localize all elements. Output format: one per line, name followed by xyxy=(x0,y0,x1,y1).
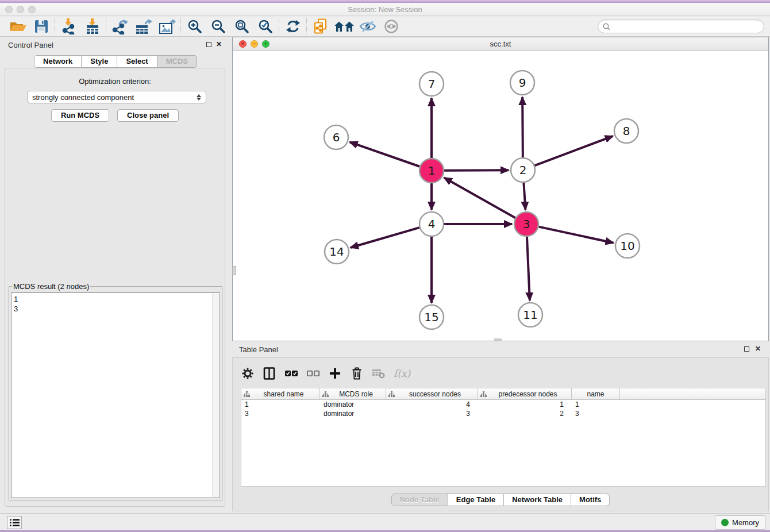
export-network-icon[interactable] xyxy=(108,17,132,36)
control-panel-header: Control Panel ✕ xyxy=(3,38,228,53)
result-scrollbar[interactable] xyxy=(212,294,219,497)
export-table-icon[interactable] xyxy=(132,17,155,36)
edge-2-9[interactable] xyxy=(522,97,523,157)
export-image-icon[interactable] xyxy=(155,17,179,36)
show-all-eye-icon[interactable] xyxy=(379,17,403,36)
float-panel-icon[interactable] xyxy=(206,42,211,47)
table-row[interactable]: 1dominator411 xyxy=(241,400,765,409)
table-row[interactable]: 3dominator323 xyxy=(241,409,765,418)
edge-3-1[interactable] xyxy=(444,178,515,218)
add-column-icon[interactable] xyxy=(328,368,342,379)
status-bar: Memory xyxy=(0,513,770,530)
edge-3-11[interactable] xyxy=(527,237,530,300)
column-model-icon xyxy=(388,391,395,397)
edge-2-8[interactable] xyxy=(535,136,613,165)
select-stepper-icon xyxy=(197,94,201,101)
tab-motifs[interactable]: Motifs xyxy=(571,494,610,506)
cell-name[interactable]: 1 xyxy=(572,400,620,409)
cell-successor-nodes[interactable]: 3 xyxy=(386,409,478,418)
task-history-button[interactable] xyxy=(7,516,22,529)
zoom-selected-icon[interactable] xyxy=(253,17,277,36)
tab-edge-table[interactable]: Edge Table xyxy=(448,494,504,506)
node-table-body: 1dominator4113dominator323 xyxy=(241,400,765,418)
search-field[interactable] xyxy=(598,20,764,33)
edge-1-2[interactable] xyxy=(444,170,509,171)
cell-name[interactable]: 3 xyxy=(572,409,620,418)
mcds-result-group: MCDS result (2 nodes) 13 xyxy=(9,282,222,500)
edge-3-10[interactable] xyxy=(539,227,614,243)
edge-1-6[interactable] xyxy=(350,142,420,166)
toolbar-separator xyxy=(306,18,307,34)
graph-node-label-11: 11 xyxy=(523,308,537,322)
network-view-window: ✕ − + scc.txt 7968124314101511 xyxy=(232,37,769,341)
edge-4-14[interactable] xyxy=(351,228,419,248)
cell-successor-nodes[interactable]: 4 xyxy=(386,400,478,409)
deselect-all-columns-icon[interactable] xyxy=(306,370,320,377)
zoom-out-icon[interactable] xyxy=(206,17,230,36)
cell-predecessor-nodes[interactable]: 1 xyxy=(478,400,572,409)
tab-select[interactable]: Select xyxy=(117,55,157,68)
column-header-shared-name[interactable]: shared name xyxy=(241,388,320,399)
main-toolbar xyxy=(0,17,770,37)
tab-style[interactable]: Style xyxy=(82,55,117,68)
mcds-result-list[interactable]: 13 xyxy=(11,292,220,498)
delete-column-trash-icon[interactable] xyxy=(350,367,364,380)
import-table-icon[interactable] xyxy=(80,17,104,36)
cell-MCDS-role[interactable]: dominator xyxy=(320,409,386,418)
control-panel-title: Control Panel xyxy=(8,41,53,49)
select-all-columns-icon[interactable] xyxy=(284,370,298,377)
zoom-fit-icon[interactable] xyxy=(230,17,253,36)
close-panel-icon[interactable]: ✕ xyxy=(216,40,222,48)
node-table-header: shared nameMCDS rolesuccessor nodesprede… xyxy=(241,388,765,400)
mcds-result-item[interactable]: 3 xyxy=(14,304,217,314)
optimization-criterion-label: Optimization criterion: xyxy=(5,77,225,86)
home-layouts-icon[interactable] xyxy=(332,17,356,36)
memory-button[interactable]: Memory xyxy=(715,515,765,530)
clone-network-icon[interactable] xyxy=(309,17,332,36)
optimization-criterion-select[interactable]: strongly connected component xyxy=(27,91,206,103)
search-input[interactable] xyxy=(613,22,759,31)
run-mcds-button[interactable]: Run MCDS xyxy=(51,109,109,122)
zoom-in-icon[interactable] xyxy=(183,17,206,36)
mcds-panel: Optimization criterion: strongly connect… xyxy=(5,68,225,507)
splitter-grip[interactable] xyxy=(232,266,236,275)
column-header-predecessor-nodes[interactable]: predecessor nodes xyxy=(478,388,572,399)
refresh-icon[interactable] xyxy=(281,17,305,36)
session-title: Session: New Session xyxy=(0,5,770,14)
tab-network-table[interactable]: Network Table xyxy=(504,494,571,506)
network-canvas[interactable]: 7968124314101511 xyxy=(233,51,768,341)
graph-node-label-2: 2 xyxy=(519,163,527,177)
network-title: scc.txt xyxy=(233,40,768,48)
table-settings-gear-icon[interactable] xyxy=(241,367,255,380)
graph-node-label-14: 14 xyxy=(329,245,344,259)
open-folder-icon[interactable] xyxy=(6,17,29,36)
split-columns-icon[interactable] xyxy=(263,367,276,380)
float-table-panel-icon[interactable] xyxy=(744,346,749,352)
column-header-successor-nodes[interactable]: successor nodes xyxy=(386,388,478,399)
column-header-MCDS-role[interactable]: MCDS role xyxy=(320,388,386,399)
column-header-name[interactable]: name xyxy=(572,388,620,399)
tab-mcds[interactable]: MCDS xyxy=(157,55,197,68)
import-network-icon[interactable] xyxy=(57,17,80,36)
cell-MCDS-role[interactable]: dominator xyxy=(320,400,386,409)
network-window-titlebar: ✕ − + scc.txt xyxy=(233,37,768,51)
close-table-panel-icon[interactable]: ✕ xyxy=(755,345,761,353)
canvas-resize-grip[interactable] xyxy=(494,338,502,341)
cell-shared-name[interactable]: 1 xyxy=(241,400,320,409)
tab-node-table[interactable]: Node Table xyxy=(391,494,448,506)
save-session-icon[interactable] xyxy=(29,17,53,36)
function-builder-icon[interactable]: f(x) xyxy=(394,368,410,379)
cell-shared-name[interactable]: 3 xyxy=(241,409,320,418)
toolbar-separator xyxy=(279,18,279,34)
delete-table-icon[interactable] xyxy=(372,368,386,379)
graph-node-label-8: 8 xyxy=(623,124,630,138)
column-model-icon xyxy=(244,391,250,397)
hide-selected-eye-icon[interactable] xyxy=(356,17,379,36)
edge-2-3[interactable] xyxy=(523,183,525,210)
toolbar-separator xyxy=(106,18,106,34)
cell-predecessor-nodes[interactable]: 2 xyxy=(478,409,572,418)
close-panel-button[interactable]: Close panel xyxy=(117,109,179,122)
mcds-result-item[interactable]: 1 xyxy=(14,294,217,304)
tab-network[interactable]: Network xyxy=(34,55,82,68)
graph-node-label-6: 6 xyxy=(333,130,340,144)
